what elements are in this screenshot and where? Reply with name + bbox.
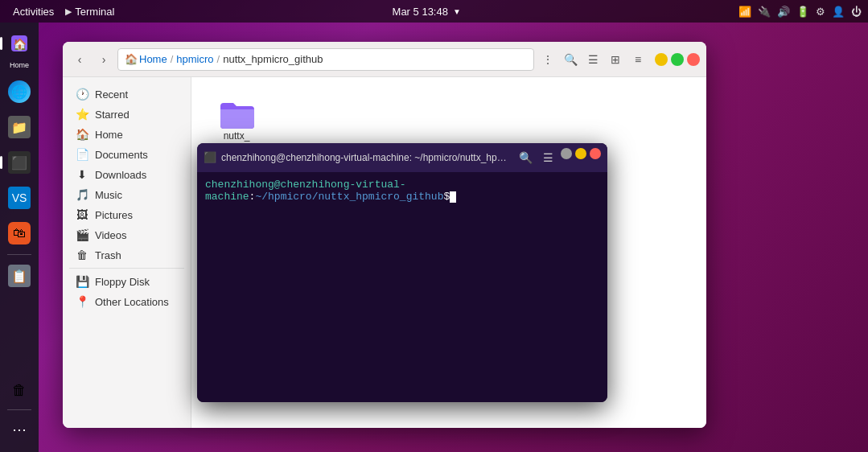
fm-header-actions: ⋮ 🔍 ☰ ⊞ ≡ [537, 49, 648, 70]
app-name: Terminal [75, 6, 114, 18]
sidebar-label-documents: Documents [95, 149, 148, 161]
fm-breadcrumb[interactable]: 🏠 Home / hpmicro / nuttx_hpmicro_github [117, 48, 534, 71]
svg-text:🏠: 🏠 [13, 38, 27, 51]
fm-sidebar: 🕐 Recent ⭐ Starred 🏠 Home 📄 Documents ⬇ … [63, 77, 191, 428]
dock-show-apps[interactable]: ⋯ [3, 413, 35, 446]
folder-icon [217, 95, 256, 127]
sidebar-label-starred: Starred [95, 109, 130, 121]
trash-icon: 🗑 [76, 249, 88, 261]
fm-close-button[interactable] [687, 53, 700, 66]
fm-forward-button[interactable]: › [93, 49, 114, 70]
recent-icon: 🕐 [76, 88, 88, 101]
user-icon[interactable]: 👤 [832, 6, 845, 18]
fm-back-button[interactable]: ‹ [69, 49, 90, 70]
terminal-deactivate-button[interactable] [561, 148, 572, 159]
top-bar-left: Activities ▶ Terminal [6, 4, 114, 19]
breadcrumb-current: nuttx_hpmicro_github [223, 53, 323, 65]
terminal-title: chenzhihong@chenzhihong-virtual-machine:… [221, 152, 511, 163]
fm-view-list[interactable]: ≡ [627, 49, 648, 70]
app-icon: ▶ [65, 6, 72, 17]
dock-bottom: 🗑 ⋯ [3, 374, 35, 446]
sidebar-item-floppy[interactable]: 💾 Floppy Disk [66, 272, 187, 291]
sidebar-item-downloads[interactable]: ⬇ Downloads [66, 165, 187, 184]
sidebar-item-home[interactable]: 🏠 Home [66, 125, 187, 144]
sidebar-label-home: Home [95, 129, 123, 141]
music-icon: 🎵 [76, 188, 88, 201]
dock-separator [7, 254, 31, 255]
dock-item-vscode[interactable]: VS [3, 182, 35, 214]
sidebar-label-pictures: Pictures [95, 209, 133, 221]
dock-bottom-separator [7, 409, 31, 410]
power-icon[interactable]: ⏻ [851, 6, 862, 18]
sidebar-item-recent[interactable]: 🕐 Recent [66, 84, 187, 104]
dock-item-terminal[interactable]: ⬛ [3, 146, 35, 179]
breadcrumb-sep2: / [217, 53, 220, 65]
sidebar-label-floppy: Floppy Disk [95, 276, 150, 288]
settings-icon[interactable]: ⚙ [816, 6, 825, 18]
sidebar-label-videos: Videos [95, 229, 127, 241]
terminal-path: ~/hpmicro/nuttx_hpmicro_github [255, 191, 443, 203]
sidebar-item-trash[interactable]: 🗑 Trash [66, 245, 187, 265]
sidebar-item-music[interactable]: 🎵 Music [66, 185, 187, 204]
fm-search-button[interactable]: 🔍 [560, 49, 581, 70]
sidebar-label-other: Other Locations [95, 296, 169, 308]
breadcrumb-sep1: / [171, 53, 174, 65]
sidebar-item-starred[interactable]: ⭐ Starred [66, 105, 187, 124]
videos-icon: 🎬 [76, 228, 88, 241]
top-bar-app[interactable]: ▶ Terminal [65, 6, 114, 18]
downloads-icon: ⬇ [76, 168, 88, 181]
terminal-search-button[interactable]: 🔍 [516, 148, 535, 167]
sidebar-label-recent: Recent [95, 88, 128, 101]
breadcrumb-hpmicro[interactable]: hpmicro [176, 53, 213, 65]
fm-header: ‹ › 🏠 Home / hpmicro / nuttx_hpmicro_git… [63, 42, 706, 77]
fm-win-controls [655, 53, 700, 66]
dock-item-software[interactable]: 🛍 [3, 217, 35, 249]
terminal-line-1: chenzhihong@chenzhihong-virtual-machine:… [205, 179, 599, 203]
fm-view-toggle2[interactable]: ⊞ [605, 49, 626, 70]
activities-button[interactable]: Activities [6, 4, 60, 19]
sidebar-item-videos[interactable]: 🎬 Videos [66, 225, 187, 244]
terminal-cursor [450, 191, 456, 203]
pictures-icon: 🖼 [76, 208, 88, 221]
terminal-app-icon: ⬛ [204, 151, 216, 164]
top-bar-center: Mar 5 13:48 ▼ [393, 6, 461, 18]
sidebar-divider [69, 268, 184, 269]
breadcrumb-home[interactable]: Home [139, 53, 167, 65]
terminal-menu-button[interactable]: ☰ [538, 148, 557, 167]
dropdown-icon[interactable]: ▼ [453, 7, 461, 16]
sidebar-item-other[interactable]: 📍 Other Locations [66, 292, 187, 311]
sidebar-label-music: Music [95, 189, 122, 201]
sidebar-label-downloads: Downloads [95, 169, 146, 181]
starred-icon: ⭐ [76, 108, 88, 121]
breadcrumb-home-icon: 🏠 [125, 53, 138, 65]
terminal-window: ⬛ chenzhihong@chenzhihong-virtual-machin… [197, 143, 607, 402]
documents-icon: 📄 [76, 148, 88, 161]
fm-view-toggle[interactable]: ☰ [582, 49, 603, 70]
fm-menu-button[interactable]: ⋮ [537, 49, 558, 70]
datetime: Mar 5 13:48 [393, 6, 448, 18]
dock-item-files2[interactable]: 📋 [3, 260, 35, 292]
terminal-dollar: $ [443, 191, 450, 203]
top-bar: Activities ▶ Terminal Mar 5 13:48 ▼ 📶 🔌 … [0, 0, 868, 23]
bluetooth-icon: 📶 [738, 6, 751, 18]
battery-icon: 🔋 [796, 6, 809, 18]
dock-item-edge[interactable]: 🌐 [3, 76, 35, 108]
terminal-minimize-button[interactable] [575, 148, 586, 159]
dock-home-label: Home [10, 61, 29, 69]
network-icon: 🔌 [758, 6, 771, 18]
dock-item-files[interactable]: 📁 [3, 111, 35, 143]
sidebar-item-pictures[interactable]: 🖼 Pictures [66, 205, 187, 224]
sidebar-item-documents[interactable]: 📄 Documents [66, 145, 187, 164]
top-bar-right: 📶 🔌 🔊 🔋 ⚙ 👤 ⏻ [738, 6, 862, 18]
dock-item-trash[interactable]: 🗑 [3, 374, 35, 406]
terminal-close-button[interactable] [590, 148, 601, 159]
sidebar-label-trash: Trash [95, 249, 121, 261]
fm-minimize-button[interactable] [655, 53, 668, 66]
other-icon: 📍 [76, 295, 88, 308]
terminal-body[interactable]: chenzhihong@chenzhihong-virtual-machine:… [197, 172, 607, 402]
volume-icon[interactable]: 🔊 [777, 6, 790, 18]
dock-item-home[interactable]: 🏠 [3, 27, 35, 60]
terminal-header: ⬛ chenzhihong@chenzhihong-virtual-machin… [197, 143, 607, 172]
floppy-icon: 💾 [76, 275, 88, 288]
fm-maximize-button[interactable] [671, 53, 684, 66]
